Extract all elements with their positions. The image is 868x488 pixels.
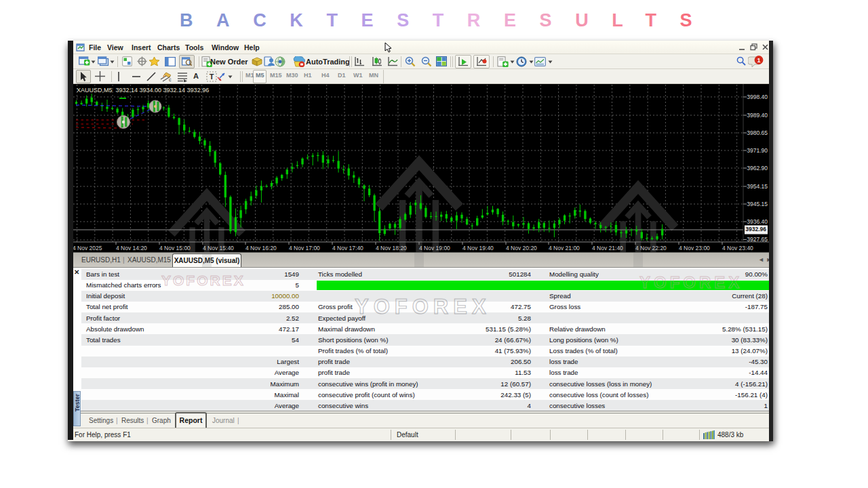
svg-text:T: T	[210, 73, 214, 81]
svg-text:1: 1	[757, 57, 760, 64]
svg-text:c: c	[169, 77, 172, 82]
